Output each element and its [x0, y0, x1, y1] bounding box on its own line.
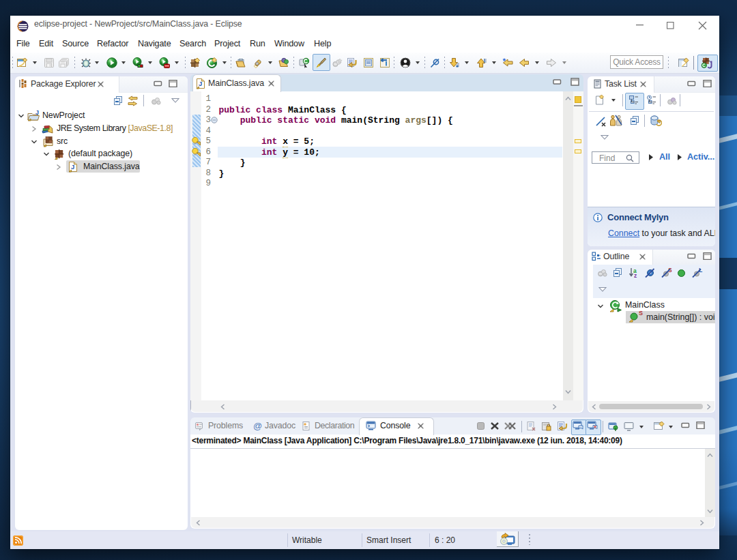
svg-text:J: J: [71, 163, 74, 171]
svg-text:@: @: [253, 421, 262, 431]
svg-text:J: J: [199, 80, 202, 87]
svg-text:J: J: [35, 110, 39, 116]
svg-text:z: z: [634, 272, 637, 278]
